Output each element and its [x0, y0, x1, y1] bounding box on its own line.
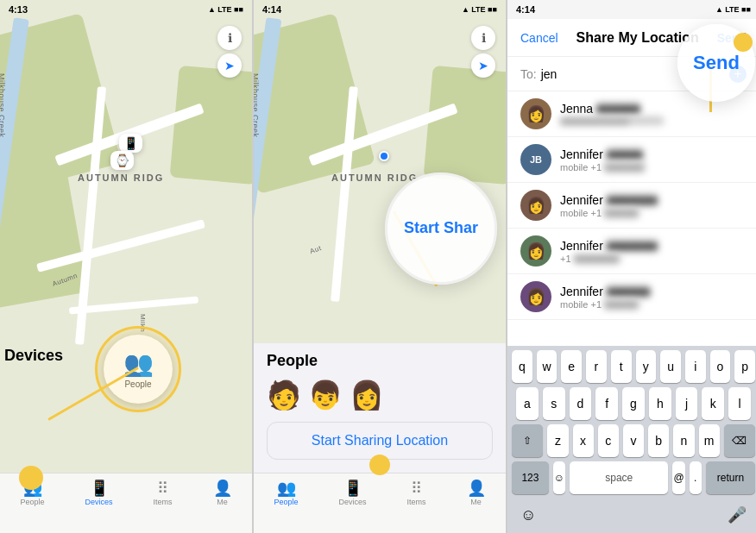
status-bar-1: 4:13 ▲ LTE ■■ — [0, 0, 252, 19]
key-a[interactable]: a — [516, 387, 539, 420]
key-n[interactable]: n — [673, 424, 694, 457]
nav-me-1[interactable]: 👤 Me — [213, 480, 232, 506]
status-bar-2: 4:14 ▲ LTE ■■ — [254, 0, 506, 19]
nav-me-icon-2: 👤 — [467, 480, 486, 496]
map-label-2-2: AUTUMN RIDG — [331, 172, 418, 183]
key-123[interactable]: 123 — [512, 461, 549, 494]
key-x[interactable]: x — [573, 424, 594, 457]
phone-3: 4:14 ▲ LTE ■■ Cancel Share My Location S… — [507, 0, 756, 533]
key-q[interactable]: q — [512, 350, 532, 383]
key-period[interactable]: . — [690, 461, 702, 494]
contact-detail-blurred-5: ■■■■■■ — [604, 299, 639, 310]
key-l[interactable]: l — [728, 387, 751, 420]
contact-name-blurred-5: ■■■■■■ — [607, 285, 651, 298]
contact-name-blurred-2: ■■■■■ — [607, 147, 643, 161]
key-space[interactable]: space — [570, 461, 668, 494]
key-delete[interactable]: ⌫ — [724, 424, 755, 457]
contact-item-jennifer-4[interactable]: 👩 Jennifer ■■■■■■ mobile +1 ■■■■■■ — [507, 274, 756, 320]
people-title: People — [267, 352, 493, 370]
nav-items-2[interactable]: ⠿ Items — [407, 480, 426, 506]
nav-items-1[interactable]: ⠿ Items — [154, 480, 173, 506]
contact-avatar-jennifer-3: 👩 — [520, 235, 551, 266]
contact-item-jennifer-1[interactable]: JB Jennifer ■■■■■ mobile +1 ■■■■■■■ — [507, 137, 756, 183]
nav-items-label-1: Items — [154, 498, 173, 506]
key-b[interactable]: b — [648, 424, 669, 457]
device-pin-watch: ⌚ — [110, 151, 134, 170]
nav-button-1[interactable]: ➤ — [217, 53, 242, 78]
kb-row-1: q w e r t y u i o p — [507, 346, 756, 383]
contact-name-jenna: Jenna ■■■■■■ — [560, 102, 747, 116]
key-v[interactable]: v — [623, 424, 644, 457]
contact-info-jenna: Jenna ■■■■■■ ■■■■■■■■■■■■ — [560, 102, 747, 127]
nav-devices-label-1: Devices — [85, 498, 113, 506]
info-button-2[interactable]: ℹ — [471, 26, 495, 50]
avatar-row: 🧑 👦 👩 — [267, 379, 493, 411]
nav-me-icon-1: 👤 — [213, 480, 232, 496]
kb-row-2: a s d f g h j k l — [507, 383, 756, 420]
status-icons-3: ▲ LTE ■■ — [715, 5, 751, 14]
key-at[interactable]: @ — [672, 461, 684, 494]
key-u[interactable]: u — [660, 350, 681, 383]
contact-name-jennifer-1: Jennifer ■■■■■ — [560, 147, 747, 161]
nav-devices-2[interactable]: 📱 Devices — [339, 480, 367, 506]
key-t[interactable]: t — [611, 350, 632, 383]
key-m[interactable]: m — [699, 424, 720, 457]
time-1: 4:13 — [9, 4, 28, 15]
nav-bar-2: 👥 People 📱 Devices ⠿ Items 👤 Me — [254, 473, 506, 533]
contact-info-jennifer-3: Jennifer ■■■■■■■ +1 ■■■■■■■■ — [560, 239, 747, 264]
cancel-button[interactable]: Cancel — [520, 31, 558, 45]
key-e[interactable]: e — [561, 350, 582, 383]
mic-icon[interactable]: 🎤 — [728, 505, 747, 524]
key-o[interactable]: o — [710, 350, 731, 383]
key-j[interactable]: j — [676, 387, 698, 420]
nav-me-2[interactable]: 👤 Me — [467, 480, 486, 506]
info-button-1[interactable]: ℹ — [217, 26, 242, 50]
key-i[interactable]: i — [685, 350, 706, 383]
contact-item-jennifer-3[interactable]: 👩 Jennifer ■■■■■■■ +1 ■■■■■■■■ — [507, 229, 756, 274]
to-input[interactable]: jen — [541, 67, 558, 81]
people-section: People 🧑 👦 👩 Start Sharing Location — [254, 343, 506, 473]
key-w[interactable]: w — [537, 350, 558, 383]
key-c[interactable]: c — [598, 424, 619, 457]
nav-button-2[interactable]: ➤ — [471, 53, 495, 78]
nav-items-icon-1: ⠿ — [157, 480, 168, 496]
nav-devices-icon-1: 📱 — [90, 480, 109, 496]
contact-avatar-jennifer-4: 👩 — [520, 281, 551, 312]
key-z[interactable]: z — [547, 424, 568, 457]
nav-people-2[interactable]: 👥 People — [274, 480, 298, 506]
key-f[interactable]: f — [595, 387, 618, 420]
contact-detail-blurred-2: ■■■■■■■ — [604, 162, 645, 172]
map-label-2-1: Milkhouse Creek — [254, 73, 260, 138]
emoji-icon[interactable]: ☺ — [520, 506, 536, 524]
contact-avatar-emoji-4: 👩 — [526, 287, 545, 306]
map-area-3 — [170, 66, 252, 185]
nav-people-label-2: People — [274, 498, 298, 506]
nav-devices-1[interactable]: 📱 Devices — [85, 480, 113, 506]
key-h[interactable]: h — [649, 387, 671, 420]
key-d[interactable]: d — [570, 387, 592, 420]
start-sharing-annotation-label: Start Shar — [395, 210, 487, 247]
key-emoji[interactable]: ☺ — [553, 461, 565, 494]
phone-1: 4:13 ▲ LTE ■■ Milkhouse Creek AUTUMN RID… — [0, 0, 252, 533]
contact-detail-blurred-4: ■■■■■■■■ — [574, 254, 620, 264]
yellow-dot-send — [734, 33, 753, 52]
key-y[interactable]: y — [636, 350, 657, 383]
contact-avatar-jennifer-1: JB — [520, 144, 551, 175]
kb-toolbar: ☺ 🎤 — [507, 501, 756, 533]
key-k[interactable]: k — [702, 387, 724, 420]
nav-items-icon-2: ⠿ — [411, 480, 422, 496]
key-return[interactable]: return — [706, 461, 755, 494]
avatar-3: 👩 — [350, 379, 384, 411]
key-shift[interactable]: ⇧ — [512, 424, 543, 457]
contact-name-blurred-4: ■■■■■■■ — [607, 239, 658, 253]
key-g[interactable]: g — [622, 387, 645, 420]
time-3: 4:14 — [516, 4, 535, 15]
key-s[interactable]: s — [543, 387, 565, 420]
contact-info-jennifer-2: Jennifer ■■■■■■■ mobile +1 ■■■■■■ — [560, 193, 747, 218]
contact-item-jennifer-2[interactable]: 👩 Jennifer ■■■■■■■ mobile +1 ■■■■■■ — [507, 183, 756, 229]
map-label-milkhouse: Milkhouse Creek — [0, 73, 6, 138]
key-p[interactable]: p — [734, 350, 755, 383]
keyboard: q w e r t y u i o p a s d f g h j k l ⇧ … — [507, 346, 756, 533]
send-annotation-label: Send — [693, 52, 740, 74]
key-r[interactable]: r — [586, 350, 607, 383]
